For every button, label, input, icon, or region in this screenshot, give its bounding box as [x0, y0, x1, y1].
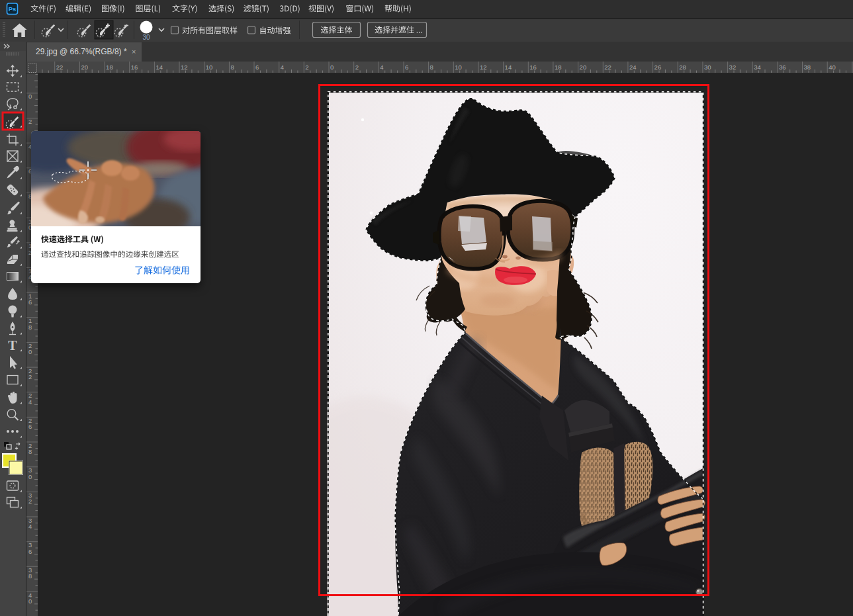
svg-text:12: 12 — [181, 64, 188, 71]
svg-text:40: 40 — [829, 64, 836, 71]
svg-text:8: 8 — [230, 64, 234, 71]
svg-text:24: 24 — [629, 64, 637, 71]
svg-text:2: 2 — [28, 373, 32, 380]
svg-text:16: 16 — [529, 64, 537, 71]
svg-text:20: 20 — [580, 64, 587, 71]
svg-text:26: 26 — [654, 64, 662, 71]
svg-text:16: 16 — [131, 64, 138, 71]
svg-text:22: 22 — [56, 64, 64, 71]
svg-text:10: 10 — [455, 64, 462, 71]
svg-text:14: 14 — [505, 64, 512, 71]
svg-text:22: 22 — [604, 64, 611, 71]
svg-text:20: 20 — [81, 64, 88, 71]
svg-text:2: 2 — [28, 498, 32, 505]
svg-text:10: 10 — [206, 64, 213, 71]
svg-text:18: 18 — [106, 64, 113, 71]
svg-text:8: 8 — [28, 572, 32, 580]
svg-text:6: 6 — [405, 64, 408, 71]
svg-text:18: 18 — [555, 64, 562, 71]
svg-text:4: 4 — [281, 64, 284, 71]
svg-text:32: 32 — [729, 64, 737, 71]
svg-text:12: 12 — [480, 64, 487, 71]
svg-text:36: 36 — [779, 64, 786, 71]
svg-text:6: 6 — [28, 548, 32, 555]
svg-text:14: 14 — [156, 64, 163, 71]
svg-text:8: 8 — [28, 324, 32, 331]
svg-text:2: 2 — [28, 118, 32, 125]
svg-text:4: 4 — [28, 523, 32, 530]
svg-text:T: T — [8, 338, 17, 353]
svg-text:30: 30 — [142, 34, 150, 41]
svg-text:6: 6 — [28, 423, 32, 430]
svg-text:30: 30 — [704, 64, 711, 71]
svg-text:0: 0 — [28, 93, 32, 100]
svg-text:4: 4 — [28, 398, 32, 406]
svg-text:2: 2 — [355, 64, 359, 71]
svg-text:38: 38 — [804, 64, 811, 71]
svg-text:0: 0 — [330, 64, 334, 71]
svg-text:0: 0 — [28, 473, 32, 480]
svg-text:8: 8 — [430, 64, 433, 71]
svg-text:2: 2 — [305, 64, 308, 71]
svg-text:28: 28 — [679, 64, 686, 71]
svg-text:4: 4 — [380, 64, 383, 71]
svg-text:0: 0 — [28, 597, 32, 605]
svg-text:8: 8 — [28, 448, 32, 455]
svg-text:34: 34 — [754, 64, 761, 71]
svg-text:0: 0 — [28, 348, 32, 355]
svg-text:6: 6 — [28, 298, 32, 306]
svg-text:6: 6 — [255, 64, 259, 71]
